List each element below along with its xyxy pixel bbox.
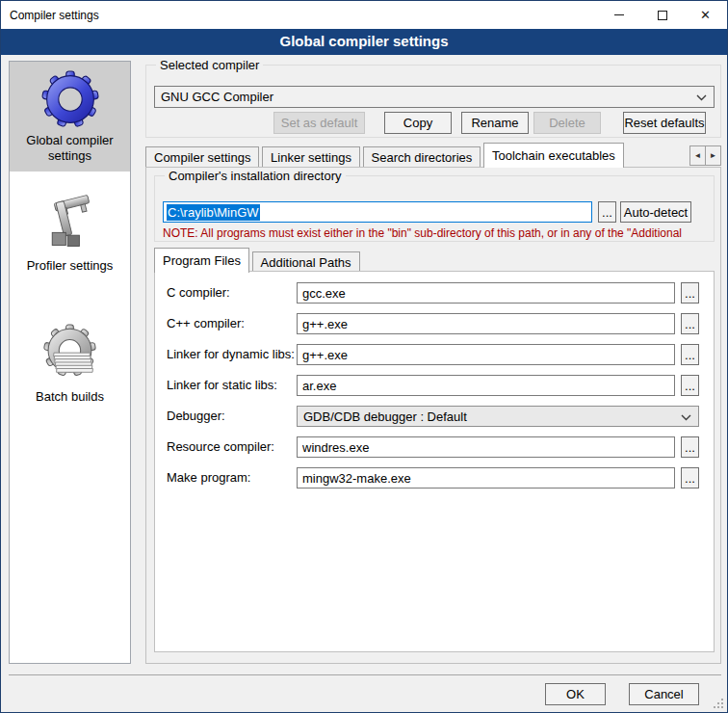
note-text: NOTE: All programs must exist either in … bbox=[163, 226, 719, 240]
gear-stack-icon bbox=[41, 324, 99, 385]
compiler-select[interactable]: GNU GCC Compiler bbox=[154, 86, 715, 108]
footer-divider bbox=[9, 674, 721, 675]
ok-button[interactable]: OK bbox=[545, 683, 606, 705]
field-row-debugger: Debugger: GDB/CDB debugger : Default bbox=[155, 406, 714, 427]
field-label: Linker for static libs: bbox=[167, 375, 277, 396]
compiler-settings-dialog: Compiler settings ✕ Global compiler sett… bbox=[0, 0, 728, 713]
auto-detect-button[interactable]: Auto-detect bbox=[620, 201, 691, 223]
resize-grip[interactable] bbox=[713, 698, 724, 709]
minimize-icon bbox=[614, 14, 624, 15]
c-compiler-input[interactable] bbox=[297, 282, 675, 304]
field-label: C++ compiler: bbox=[167, 313, 245, 334]
chevron-down-icon bbox=[696, 94, 707, 101]
field-label: Resource compiler: bbox=[167, 436, 274, 458]
make-program-input[interactable] bbox=[297, 467, 675, 489]
maximize-button[interactable] bbox=[640, 1, 684, 29]
window-title: Compiler settings bbox=[1, 9, 99, 22]
compiler-select-value: GNU GCC Compiler bbox=[161, 90, 273, 104]
sidebar-item-label: Global compiler settings bbox=[13, 133, 126, 164]
close-icon: ✕ bbox=[700, 8, 711, 22]
browse-directory-button[interactable]: ... bbox=[598, 201, 616, 223]
group-label: Compiler's installation directory bbox=[165, 169, 346, 183]
tab-scroll-left-button[interactable]: ◄ bbox=[689, 145, 706, 166]
browse-dynamic-linker-button[interactable]: ... bbox=[681, 344, 699, 365]
program-files-tabstrip: Program Files Additional Paths bbox=[154, 248, 359, 272]
sidebar-item-profiler-settings[interactable]: Profiler settings bbox=[10, 185, 130, 281]
field-row-cpp-compiler: C++ compiler: ... bbox=[155, 313, 714, 334]
browse-make-program-button[interactable]: ... bbox=[681, 467, 699, 489]
field-label: Debugger: bbox=[167, 406, 225, 427]
arrow-right-icon: ► bbox=[710, 151, 717, 160]
program-files-panel: C compiler: ... C++ compiler: ... Linker… bbox=[154, 271, 715, 652]
browse-static-linker-button[interactable]: ... bbox=[681, 375, 699, 396]
chevron-down-icon bbox=[681, 414, 691, 421]
static-linker-input[interactable] bbox=[297, 375, 675, 396]
cpp-compiler-input[interactable] bbox=[297, 313, 675, 334]
settings-tabstrip: Compiler settings Linker settings Search… bbox=[145, 143, 721, 168]
reset-defaults-button[interactable]: Reset defaults bbox=[623, 112, 706, 134]
field-row-c-compiler: C compiler: ... bbox=[155, 282, 714, 304]
gear-icon bbox=[41, 69, 99, 129]
browse-c-compiler-button[interactable]: ... bbox=[681, 282, 699, 304]
settings-category-list: Global compiler settings Profiler se bbox=[9, 61, 131, 664]
arrow-left-icon: ◄ bbox=[694, 151, 702, 160]
tab-additional-paths[interactable]: Additional Paths bbox=[252, 251, 360, 273]
delete-button[interactable]: Delete bbox=[533, 112, 601, 134]
minimize-button[interactable] bbox=[597, 1, 640, 29]
sidebar-item-label: Profiler settings bbox=[13, 258, 126, 274]
tab-compiler-settings[interactable]: Compiler settings bbox=[145, 146, 259, 168]
toolchain-executables-panel: Compiler's installation directory C:\ray… bbox=[145, 167, 721, 664]
caliper-icon bbox=[41, 193, 99, 254]
tab-program-files[interactable]: Program Files bbox=[154, 248, 249, 273]
browse-resource-compiler-button[interactable]: ... bbox=[681, 436, 699, 458]
sidebar-item-label: Batch builds bbox=[13, 389, 126, 405]
field-row-resource-compiler: Resource compiler: ... bbox=[155, 436, 714, 458]
page-title: Global compiler settings bbox=[1, 29, 727, 55]
field-row-static-linker: Linker for static libs: ... bbox=[155, 375, 714, 396]
tab-search-directories[interactable]: Search directories bbox=[363, 146, 481, 168]
group-label: Selected compiler bbox=[156, 58, 263, 72]
field-label: Make program: bbox=[167, 467, 250, 489]
tab-toolchain-executables[interactable]: Toolchain executables bbox=[483, 143, 624, 168]
browse-cpp-compiler-button[interactable]: ... bbox=[681, 313, 699, 334]
field-label: C compiler: bbox=[167, 282, 230, 304]
cancel-button[interactable]: Cancel bbox=[629, 683, 699, 705]
close-button[interactable]: ✕ bbox=[684, 1, 727, 29]
copy-button[interactable]: Copy bbox=[384, 112, 452, 134]
set-as-default-button[interactable]: Set as default bbox=[273, 112, 365, 134]
debugger-select[interactable]: GDB/CDB debugger : Default bbox=[297, 406, 699, 427]
field-row-make-program: Make program: ... bbox=[155, 467, 714, 489]
installation-directory-input[interactable]: C:\raylib\MinGW bbox=[163, 201, 592, 223]
debugger-select-value: GDB/CDB debugger : Default bbox=[303, 409, 467, 424]
installation-directory-group: Compiler's installation directory C:\ray… bbox=[154, 175, 715, 242]
selected-compiler-group: Selected compiler GNU GCC Compiler Set a… bbox=[145, 65, 721, 138]
rename-button[interactable]: Rename bbox=[461, 112, 529, 134]
sidebar-item-global-compiler-settings[interactable]: Global compiler settings bbox=[10, 62, 130, 172]
resource-compiler-input[interactable] bbox=[297, 436, 675, 458]
field-label: Linker for dynamic libs: bbox=[167, 344, 295, 365]
dynamic-linker-input[interactable] bbox=[297, 344, 675, 365]
field-row-dynamic-linker: Linker for dynamic libs: ... bbox=[155, 344, 714, 365]
selected-path-text: C:\raylib\MinGW bbox=[167, 204, 260, 221]
maximize-icon bbox=[658, 11, 667, 20]
tab-linker-settings[interactable]: Linker settings bbox=[262, 146, 360, 168]
title-bar: Compiler settings ✕ bbox=[1, 1, 727, 29]
tab-scroll-right-button[interactable]: ► bbox=[705, 145, 721, 166]
sidebar-item-batch-builds[interactable]: Batch builds bbox=[10, 316, 130, 412]
